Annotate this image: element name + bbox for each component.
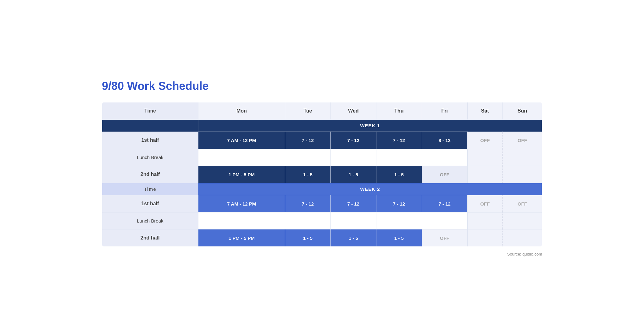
week1-secondhalf-sat xyxy=(467,166,502,183)
header-fri: Fri xyxy=(422,102,467,120)
header-mon: Mon xyxy=(198,102,285,120)
week2-firsthalf-sun: OFF xyxy=(502,195,542,212)
week2-firsthalf-sat: OFF xyxy=(467,195,502,212)
week1-secondhalf-label: 2nd half xyxy=(102,166,198,183)
week1-firsthalf-label: 1st half xyxy=(102,132,198,149)
week1-secondhalf-tue: 1 - 5 xyxy=(285,166,330,183)
header-thu: Thu xyxy=(376,102,422,120)
week1-firsthalf-fri: 8 - 12 xyxy=(422,132,467,149)
week2-lunch-wed xyxy=(330,212,376,229)
week2-label-row: Time WEEK 2 xyxy=(102,183,542,195)
week1-lunch-sat xyxy=(467,149,502,166)
week2-lunch-label: Lunch Break xyxy=(102,212,198,229)
page-title: 9/80 Work Schedule xyxy=(102,80,542,93)
week1-secondhalf-row: 2nd half 1 PM - 5 PM 1 - 5 1 - 5 1 - 5 O… xyxy=(102,166,542,183)
schedule-table: Time Mon Tue Wed Thu Fri Sat Sun WEEK 1 … xyxy=(102,102,542,247)
week1-lunch-row: Lunch Break xyxy=(102,149,542,166)
week2-firsthalf-mon: 7 AM - 12 PM xyxy=(198,195,285,212)
week2-lunch-thu xyxy=(376,212,422,229)
week1-label: WEEK 1 xyxy=(198,120,542,132)
source-attribution: Source: quidlo.com xyxy=(102,252,542,256)
header-wed: Wed xyxy=(330,102,376,120)
header-row: Time Mon Tue Wed Thu Fri Sat Sun xyxy=(102,102,542,120)
week2-secondhalf-mon: 1 PM - 5 PM xyxy=(198,229,285,247)
week1-spacer xyxy=(102,120,198,132)
week2-secondhalf-fri: OFF xyxy=(422,229,467,247)
week1-firsthalf-sat: OFF xyxy=(467,132,502,149)
header-tue: Tue xyxy=(285,102,330,120)
week2-firsthalf-tue: 7 - 12 xyxy=(285,195,330,212)
week2-lunch-row: Lunch Break xyxy=(102,212,542,229)
week2-lunch-fri xyxy=(422,212,467,229)
week1-firsthalf-row: 1st half 7 AM - 12 PM 7 - 12 7 - 12 7 - … xyxy=(102,132,542,149)
week2-lunch-sat xyxy=(467,212,502,229)
week2-lunch-tue xyxy=(285,212,330,229)
week2-lunch-mon xyxy=(198,212,285,229)
week1-secondhalf-wed: 1 - 5 xyxy=(330,166,376,183)
week2-secondhalf-sat xyxy=(467,229,502,247)
week2-secondhalf-thu: 1 - 5 xyxy=(376,229,422,247)
week2-firsthalf-thu: 7 - 12 xyxy=(376,195,422,212)
week2-firsthalf-row: 1st half 7 AM - 12 PM 7 - 12 7 - 12 7 - … xyxy=(102,195,542,212)
week1-lunch-fri xyxy=(422,149,467,166)
week2-firsthalf-wed: 7 - 12 xyxy=(330,195,376,212)
header-sat: Sat xyxy=(467,102,502,120)
week1-lunch-tue xyxy=(285,149,330,166)
week1-lunch-sun xyxy=(502,149,542,166)
week2-firsthalf-label: 1st half xyxy=(102,195,198,212)
week2-secondhalf-label: 2nd half xyxy=(102,229,198,247)
page-container: 9/80 Work Schedule Time Mon Tue Wed Thu … xyxy=(102,80,542,256)
week1-firsthalf-wed: 7 - 12 xyxy=(330,132,376,149)
week2-secondhalf-wed: 1 - 5 xyxy=(330,229,376,247)
week1-firsthalf-thu: 7 - 12 xyxy=(376,132,422,149)
week1-firsthalf-sun: OFF xyxy=(502,132,542,149)
week1-firsthalf-tue: 7 - 12 xyxy=(285,132,330,149)
week1-lunch-mon xyxy=(198,149,285,166)
header-sun: Sun xyxy=(502,102,542,120)
week2-label: WEEK 2 xyxy=(198,183,542,195)
week1-lunch-thu xyxy=(376,149,422,166)
week1-firsthalf-mon: 7 AM - 12 PM xyxy=(198,132,285,149)
week1-secondhalf-fri: OFF xyxy=(422,166,467,183)
week2-secondhalf-row: 2nd half 1 PM - 5 PM 1 - 5 1 - 5 1 - 5 O… xyxy=(102,229,542,247)
week2-secondhalf-tue: 1 - 5 xyxy=(285,229,330,247)
week1-secondhalf-sun xyxy=(502,166,542,183)
header-time: Time xyxy=(102,102,198,120)
week2-secondhalf-sun xyxy=(502,229,542,247)
week1-lunch-label: Lunch Break xyxy=(102,149,198,166)
week2-time-label: Time xyxy=(102,183,198,195)
week2-firsthalf-fri: 7 - 12 xyxy=(422,195,467,212)
week2-lunch-sun xyxy=(502,212,542,229)
week1-secondhalf-mon: 1 PM - 5 PM xyxy=(198,166,285,183)
week1-lunch-wed xyxy=(330,149,376,166)
week1-label-row: WEEK 1 xyxy=(102,120,542,132)
week1-secondhalf-thu: 1 - 5 xyxy=(376,166,422,183)
